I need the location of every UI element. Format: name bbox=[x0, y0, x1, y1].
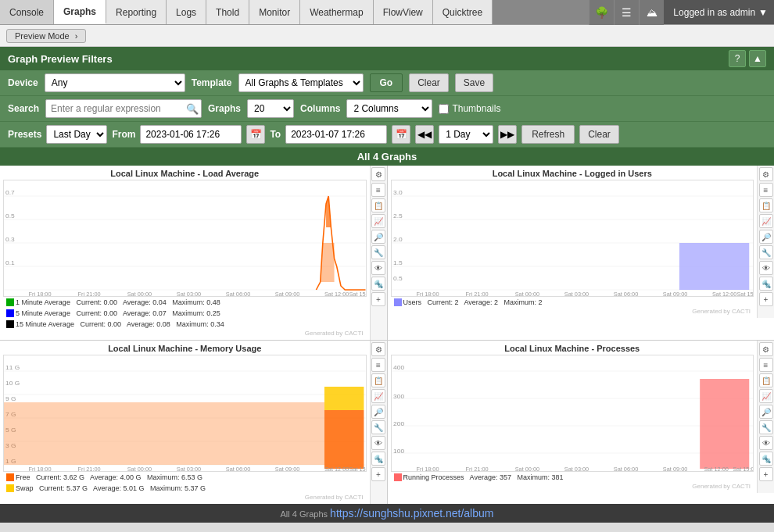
graph-list-icon[interactable]: ≡ bbox=[371, 183, 385, 197]
graph-settings-icon-2[interactable]: ⚙ bbox=[759, 167, 773, 181]
template-select[interactable]: All Graphs & Templates bbox=[238, 73, 364, 92]
graph-csv-icon-4[interactable]: 📋 bbox=[759, 373, 773, 387]
nav-tab-monitor[interactable]: Monitor bbox=[249, 0, 300, 24]
graph-spanner-icon[interactable]: 🔩 bbox=[371, 277, 385, 291]
graph-add-icon-2[interactable]: + bbox=[759, 292, 773, 306]
refresh-button[interactable]: Refresh bbox=[521, 125, 575, 144]
nav-tab-thold[interactable]: Thold bbox=[206, 0, 249, 24]
from-date-input[interactable] bbox=[140, 125, 242, 144]
chart-svg-load: 0.7 0.5 0.3 0.1 Fri 18:00 Fri 21:00 Sat … bbox=[4, 180, 366, 297]
graph-section-title: All 4 Graphs bbox=[0, 148, 774, 166]
nav-tab-logs[interactable]: Logs bbox=[167, 0, 206, 24]
svg-text:3.0: 3.0 bbox=[393, 189, 403, 196]
filter-collapse-icon[interactable]: ▲ bbox=[749, 50, 766, 67]
thumbnails-checkbox-wrap[interactable]: Thumbnails bbox=[439, 103, 500, 114]
nav-tab-graphs[interactable]: Graphs bbox=[54, 0, 106, 24]
columns-select[interactable]: 2 Columns bbox=[346, 99, 432, 118]
from-calendar-button[interactable]: 📅 bbox=[246, 125, 265, 144]
graph-add-icon-3[interactable]: + bbox=[371, 467, 385, 481]
graph-zoom-icon-3[interactable]: 🔎 bbox=[371, 405, 385, 419]
graph-cell-processes: Local Linux Machine - Processes 400 300 … bbox=[388, 341, 775, 504]
nav-next-button[interactable]: ▶▶ bbox=[498, 125, 517, 144]
bottom-link[interactable]: https://sunghshu.pixnet.net/album bbox=[330, 507, 493, 520]
graph-spanner-icon-3[interactable]: 🔩 bbox=[371, 452, 385, 466]
graphs-count-select[interactable]: 20 bbox=[247, 99, 294, 118]
mountain-icon-btn[interactable]: ⛰ bbox=[639, 0, 664, 25]
nav-tab-flowview[interactable]: FlowView bbox=[374, 0, 433, 24]
svg-text:Fri 18:00: Fri 18:00 bbox=[416, 466, 439, 472]
graph-list-icon-2[interactable]: ≡ bbox=[759, 183, 773, 197]
svg-text:Sat 06:00: Sat 06:00 bbox=[613, 291, 637, 297]
graph-area-icon-2[interactable]: 📈 bbox=[759, 214, 773, 228]
graph-csv-icon-3[interactable]: 📋 bbox=[371, 373, 385, 387]
svg-text:9 G: 9 G bbox=[5, 395, 16, 402]
nav-tab-quicktree[interactable]: Quicktree bbox=[433, 0, 493, 24]
graph-csv-icon[interactable]: 📋 bbox=[371, 198, 385, 212]
search-input[interactable] bbox=[45, 99, 202, 118]
svg-text:Sat 00:00: Sat 00:00 bbox=[127, 291, 152, 297]
bars-icon-btn[interactable]: ☰ bbox=[614, 0, 639, 25]
clear-button[interactable]: Clear bbox=[409, 73, 449, 92]
graph-cell-users: Local Linux Machine - Logged in Users 3.… bbox=[388, 166, 775, 340]
nav-prev-button[interactable]: ◀◀ bbox=[415, 125, 434, 144]
user-dropdown-icon[interactable]: ▼ bbox=[758, 7, 768, 18]
svg-text:Sat 09:00: Sat 09:00 bbox=[275, 291, 299, 297]
nav-tab-weathermap[interactable]: Weathermap bbox=[300, 0, 373, 24]
filter-help-icon[interactable]: ? bbox=[729, 50, 746, 67]
graph-list-icon-4[interactable]: ≡ bbox=[759, 358, 773, 372]
svg-text:Sat 00:00: Sat 00:00 bbox=[127, 466, 152, 472]
graph-wrench-icon-4[interactable]: 🔧 bbox=[759, 420, 773, 434]
graph-add-icon-4[interactable]: + bbox=[759, 467, 773, 481]
graph-chart-area-users: Local Linux Machine - Logged in Users 3.… bbox=[388, 166, 758, 318]
graph-cell-load: Local Linux Machine - Load Average 0.7 bbox=[0, 166, 387, 340]
graph-add-icon[interactable]: + bbox=[371, 292, 385, 306]
graph-area-icon[interactable]: 📈 bbox=[371, 214, 385, 228]
nav-tab-reporting[interactable]: Reporting bbox=[106, 0, 167, 24]
graph-wrench-icon-2[interactable]: 🔧 bbox=[759, 245, 773, 259]
filter-row-device: Device Any Template All Graphs & Templat… bbox=[0, 70, 774, 96]
clear2-button[interactable]: Clear bbox=[579, 125, 619, 144]
filter-title: Graph Preview Filters bbox=[8, 53, 729, 65]
graph-settings-icon-3[interactable]: ⚙ bbox=[371, 342, 385, 356]
graph-zoom-icon-4[interactable]: 🔎 bbox=[759, 405, 773, 419]
graph-zoom-icon-2[interactable]: 🔎 bbox=[759, 230, 773, 244]
graph-settings-icon-4[interactable]: ⚙ bbox=[759, 342, 773, 356]
logged-in-area: Logged in as admin ▼ bbox=[664, 0, 774, 24]
to-calendar-button[interactable]: 📅 bbox=[392, 125, 410, 144]
graph-wrench-icon-3[interactable]: 🔧 bbox=[371, 420, 385, 434]
graph-eye-icon-4[interactable]: 👁 bbox=[759, 436, 773, 450]
device-select[interactable]: Any bbox=[45, 73, 185, 92]
graph-wrench-icon[interactable]: 🔧 bbox=[371, 245, 385, 259]
nav-tab-console[interactable]: Console bbox=[0, 0, 54, 24]
save-button[interactable]: Save bbox=[455, 73, 493, 92]
svg-text:Fri 18:00: Fri 18:00 bbox=[29, 291, 52, 297]
day-select[interactable]: 1 Day bbox=[439, 125, 493, 144]
graph-settings-icon[interactable]: ⚙ bbox=[371, 167, 385, 181]
svg-text:Sat 15:00: Sat 15:00 bbox=[736, 291, 753, 297]
chart-svg-memory: 11 G 10 G 9 G 7 G 5 G 3 G 1 G bbox=[4, 355, 366, 472]
svg-text:200: 200 bbox=[393, 420, 404, 427]
svg-text:0.5: 0.5 bbox=[5, 212, 15, 220]
thumbnails-checkbox[interactable] bbox=[439, 104, 449, 114]
graph-area-icon-3[interactable]: 📈 bbox=[371, 389, 385, 403]
graph-spanner-icon-4[interactable]: 🔩 bbox=[759, 452, 773, 466]
graph-eye-icon-2[interactable]: 👁 bbox=[759, 261, 773, 275]
presets-select[interactable]: Last Day bbox=[46, 125, 107, 144]
svg-text:2.0: 2.0 bbox=[393, 236, 403, 243]
preview-mode-button[interactable]: Preview Mode › bbox=[6, 29, 86, 43]
graph-eye-icon-3[interactable]: 👁 bbox=[371, 436, 385, 450]
chart-legend-users: Users Current: 2 Average: 2 Maximum: 2 bbox=[391, 297, 754, 308]
chevron-right-icon: › bbox=[75, 31, 78, 41]
svg-text:300: 300 bbox=[393, 393, 404, 400]
graph-csv-icon-2[interactable]: 📋 bbox=[759, 198, 773, 212]
graph-with-icons-load: Local Linux Machine - Load Average 0.7 bbox=[0, 166, 387, 340]
svg-text:Sat 00:00: Sat 00:00 bbox=[514, 291, 539, 297]
go-button[interactable]: Go bbox=[370, 73, 403, 92]
graph-zoom-icon[interactable]: 🔎 bbox=[371, 230, 385, 244]
tree-icon-btn[interactable]: 🌳 bbox=[589, 0, 614, 25]
graph-eye-icon[interactable]: 👁 bbox=[371, 261, 385, 275]
graph-spanner-icon-2[interactable]: 🔩 bbox=[759, 277, 773, 291]
to-date-input[interactable] bbox=[285, 125, 387, 144]
graph-area-icon-4[interactable]: 📈 bbox=[759, 389, 773, 403]
graph-list-icon-3[interactable]: ≡ bbox=[371, 358, 385, 372]
